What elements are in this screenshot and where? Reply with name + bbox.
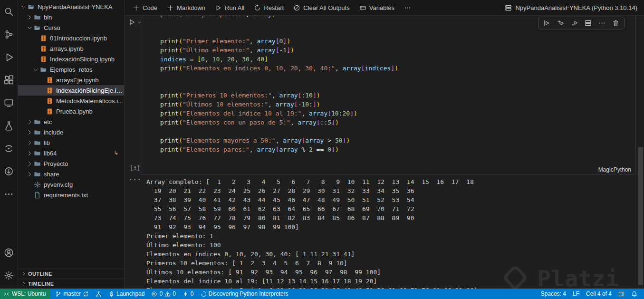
- outline-section[interactable]: OUTLINE: [18, 269, 124, 279]
- gear-icon: [34, 181, 41, 188]
- status-spaces-4[interactable]: Spaces: 4: [538, 289, 569, 299]
- more-icon: [4, 189, 14, 199]
- tree-item-npypandaanalisisfyneka[interactable]: NpyPandaAnalisisFYNEKA: [18, 1, 124, 12]
- tree-item-m-todosmatem-ticos-i[interactable]: MétodosMatemáticos.i...: [18, 96, 124, 106]
- tree-item-arrayseje-ipynb[interactable]: arraysEje.ipynb: [18, 75, 124, 85]
- tree-item-pyvenv-cfg[interactable]: pyvenv.cfg: [18, 179, 124, 190]
- execute-above-icon[interactable]: [557, 19, 564, 27]
- more-icon: [404, 4, 411, 11]
- status-0[interactable]: 0: [180, 289, 197, 299]
- tree-item-01introduccion-ipynb[interactable]: 01Introduccion.ipynb: [18, 33, 124, 43]
- tree-item-include[interactable]: include: [18, 127, 124, 137]
- output-line: 91 92 93 94 95 96 97 98 99 100]: [146, 222, 635, 231]
- git-graph-icon: [96, 291, 102, 297]
- cell-code[interactable]: print("Array completo:", array) print("P…: [160, 16, 631, 172]
- tree-item-lib[interactable]: lib: [18, 137, 124, 148]
- tree-item-label: IndexaciónSlicingEje.ipy...: [56, 87, 124, 94]
- code-line: print("Primeros 10 elementos:", array[:1…: [160, 91, 631, 100]
- activitybar-live-share[interactable]: [0, 160, 18, 183]
- account-icon: [4, 248, 14, 258]
- execute-below-icon[interactable]: [571, 19, 578, 27]
- delete-cell-icon[interactable]: [612, 19, 619, 27]
- status-left: masterLaunchpad000Discovering Python Int…: [50, 289, 291, 299]
- chevron-right-icon: [21, 281, 27, 287]
- add-icon: [133, 4, 140, 11]
- more-actions-icon[interactable]: [598, 19, 606, 27]
- remote-indicator[interactable]: WSL: Ubuntu: [0, 289, 50, 299]
- activitybar-search[interactable]: [0, 0, 18, 23]
- tree-item-prueba-ipynb[interactable]: Prueba.ipynb: [18, 106, 124, 116]
- tree-item-bin[interactable]: bin: [18, 12, 124, 22]
- toolbar-markdown[interactable]: Markdown: [163, 3, 209, 13]
- code-line: print("Elementos con un paso de 5:", arr…: [160, 118, 631, 127]
- tree-item-indexaci-nslicingeje-ipy[interactable]: IndexaciónSlicingEje.ipy...: [18, 85, 124, 96]
- chevron-right-icon: [27, 140, 33, 146]
- status-launchpad[interactable]: Launchpad: [106, 289, 147, 299]
- tree-item-etc[interactable]: etc: [18, 116, 124, 127]
- status-cell-4-of-4[interactable]: Cell 4 of 4: [583, 289, 615, 299]
- chevron-down-icon: [20, 4, 27, 10]
- activitybar-extensions[interactable]: [0, 68, 18, 91]
- tree-item-share[interactable]: share: [18, 169, 124, 179]
- tree-item-arrays-ipynb[interactable]: arrays.ipynb: [18, 43, 124, 54]
- toolbar-run-all[interactable]: Run All: [211, 3, 248, 13]
- toolbar-clear-all-outputs[interactable]: Clear All Outputs: [290, 3, 353, 13]
- toolbar-restart[interactable]: Restart: [250, 3, 287, 13]
- vertical-scrollbar[interactable]: [638, 147, 643, 285]
- notebook-icon: [46, 87, 53, 94]
- code-line: [160, 154, 631, 163]
- folder-open-icon: [34, 24, 41, 31]
- testing-icon: [4, 121, 14, 131]
- activitybar-more[interactable]: [0, 183, 18, 205]
- status-git-graph[interactable]: [93, 289, 105, 299]
- split-cell-icon[interactable]: [585, 19, 592, 27]
- activitybar-account[interactable]: [0, 241, 18, 264]
- kernel-icon: [505, 4, 512, 11]
- code-line: print("Elementos en índices 0, 10, 20, 3…: [160, 64, 631, 73]
- status-lf[interactable]: LF: [570, 289, 582, 299]
- run-cell-button[interactable]: [128, 19, 142, 26]
- tree-item-proyecto[interactable]: Proyecto: [18, 158, 124, 169]
- tree-item-indexaci-nslicing-ipynb[interactable]: IndexaciónSlicing.ipynb: [18, 54, 124, 64]
- source-control-branch-icon: [55, 291, 61, 297]
- toolbar-more[interactable]: [401, 3, 414, 13]
- toolbar-code[interactable]: Code: [129, 3, 161, 13]
- code-line: print("Últimos 10 elementos:", array[-10…: [160, 100, 631, 109]
- status-bell[interactable]: [628, 289, 640, 299]
- activitybar-remote-explorer[interactable]: [0, 91, 18, 114]
- output-line: Elementos en índices 0, 10, 20, 30, 40: …: [146, 250, 635, 259]
- tree-item-lib64[interactable]: lib64↳: [18, 148, 124, 158]
- output-line: 37 38 39 40 41 42 43 44 45 46 47 48 49 5…: [146, 195, 635, 204]
- status-discovering-python-interpreters[interactable]: Discovering Python Interpreters: [198, 289, 291, 299]
- run-debug-icon: [4, 52, 14, 62]
- status-layout[interactable]: [615, 289, 627, 299]
- toolbar-variables[interactable]: Variables: [356, 3, 398, 13]
- folder-icon: [34, 14, 41, 21]
- code-line: [160, 73, 631, 82]
- tree-item-ejemplos-retos[interactable]: Ejemplos_retos: [18, 64, 124, 75]
- status-master[interactable]: master: [52, 289, 92, 299]
- run-by-line-icon[interactable]: [543, 19, 550, 27]
- activitybar-settings[interactable]: [0, 264, 18, 287]
- code-cell[interactable]: print("Array completo:", array) print("P…: [141, 16, 635, 174]
- output-collapse-button[interactable]: ...: [129, 174, 141, 182]
- code-line: [160, 163, 631, 172]
- output-line: Elementos del índice 10 al 19: [11 12 13…: [146, 277, 635, 286]
- output-line: 55 56 57 58 59 60 61 62 63 64 65 66 67 6…: [146, 204, 635, 213]
- activitybar-jupyter[interactable]: [0, 137, 18, 160]
- tree-item-requirements-txt[interactable]: requirements.txt: [18, 190, 124, 200]
- tree-item-label: Proyecto: [44, 160, 68, 167]
- status-0[interactable]: 00: [148, 289, 178, 299]
- code-line: print("Primer elemento:", array[0]): [160, 37, 631, 46]
- status-bar: WSL: Ubuntu masterLaunchpad000Discoverin…: [0, 289, 644, 299]
- notebook-toolbar-items: CodeMarkdownRun AllRestartClear All Outp…: [129, 3, 414, 13]
- folder-icon: [34, 129, 41, 136]
- kernel-picker[interactable]: NpyPandaAnalisisFYNEKA (Python 3.10.14): [505, 4, 639, 11]
- activitybar-run-debug[interactable]: [0, 46, 18, 68]
- activitybar-source-control[interactable]: [0, 23, 18, 46]
- tree-item-curso[interactable]: Curso: [18, 22, 124, 33]
- run-all-icon: [215, 4, 222, 11]
- timeline-section[interactable]: TIMELINE: [18, 279, 124, 289]
- activitybar-testing[interactable]: [0, 114, 18, 137]
- tree-item-label: bin: [44, 14, 52, 21]
